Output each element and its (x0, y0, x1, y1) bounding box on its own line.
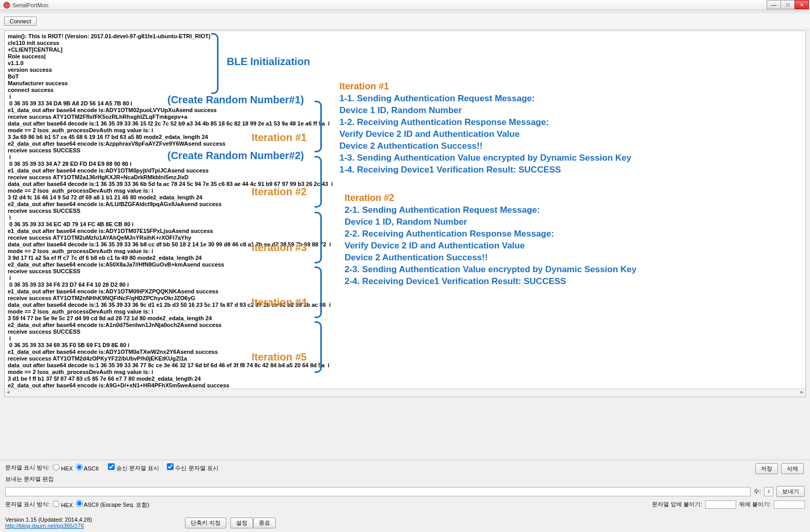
app-icon (3, 2, 10, 9)
bottom-panel: 저장 삭제 문자열 표시 방식: HEX ASCII 송신 문자열 표시 수신 … (0, 460, 810, 532)
count-label: 수: (754, 488, 761, 495)
settings-button[interactable]: 설정 (230, 518, 253, 528)
radio-ascii-esc[interactable]: ASCII (Escape Seq. 포함) (76, 500, 149, 509)
connect-button[interactable]: Connect (4, 17, 37, 26)
radio-hex-2[interactable]: HEX (53, 500, 73, 508)
check-show-rx[interactable]: 수신 문자열 표시 (167, 463, 218, 472)
explain-1-2: 1-2. Receiving Authentication Response M… (339, 116, 631, 128)
explain-2-2c: Device 2 Authentication Success!! (345, 252, 636, 263)
explain-1-1b: Device 1 ID, Random Number (339, 104, 631, 116)
explain-2-2: 2-2. Receiving Authentication Response M… (345, 228, 636, 240)
send-button[interactable]: 보내기 (776, 486, 805, 497)
prefix-input[interactable] (705, 500, 736, 509)
display-method-label: 문자열 표시 방식: (5, 464, 50, 472)
explain-2-1: 2-1. Sending Authentication Request Mess… (345, 204, 636, 216)
toolbar: Connect (0, 13, 810, 29)
explain-2-1b: Device 1 ID, Random Number (345, 216, 636, 228)
explain-2-4: 2-4. Receiving Device1 Verification Resu… (345, 275, 636, 287)
close-button[interactable]: ✕ (795, 0, 809, 9)
explain-1-2b: Verify Device 2 ID and Authentication Va… (339, 128, 631, 140)
log-viewport[interactable]: main(): This is RIOT! (Version: 2017.01-… (4, 30, 806, 397)
horizontal-scrollbar[interactable] (5, 388, 805, 397)
maximize-button[interactable]: □ (781, 0, 795, 9)
explain-it1-title: Iteration #1 (339, 81, 631, 92)
radio-hex-1[interactable]: HEX (53, 464, 73, 472)
explain-1-1: 1-1. Sending Authentication Request Mess… (339, 92, 631, 104)
suffix-label: 뒤에 붙이기: (739, 500, 771, 508)
edit-send-label: 보내는 문자열 편집 (5, 475, 54, 483)
blog-link[interactable]: http://blog.daum.net/pg365/276 (5, 523, 84, 529)
delete-button[interactable]: 삭제 (781, 463, 804, 474)
save-button[interactable]: 저장 (755, 463, 778, 474)
display-method-label-2: 문자열 표시 방식: (5, 500, 50, 508)
send-string-input[interactable] (5, 487, 751, 496)
suffix-input[interactable] (774, 500, 805, 509)
exit-button[interactable]: 종료 (253, 518, 276, 528)
window-titlebar: SerialPortMon — □ ✕ (0, 0, 810, 10)
count-spinner[interactable]: 1 (764, 487, 773, 496)
version-text: Version 1.15 (Updated: 2014.4.28) (5, 517, 92, 523)
check-show-tx[interactable]: 송신 문자열 표시 (108, 463, 159, 472)
window-title: SerialPortMon (12, 2, 49, 8)
radio-ascii-1[interactable]: ASCII (76, 464, 99, 472)
explain-1-4: 1-4. Receiving Device1 Verification Resu… (339, 164, 631, 176)
minimize-button[interactable]: — (767, 0, 781, 9)
explain-1-2c: Device 2 Authentication Success!! (339, 140, 631, 152)
prefix-label: 문자열 앞에 붙이기: (652, 500, 702, 508)
explain-2-2b: Verify Device 2 ID and Authentication Va… (345, 240, 636, 252)
explain-1-3: 1-3. Sending Authentication Value encryp… (339, 152, 631, 164)
svg-point-0 (4, 2, 10, 8)
explain-2-3: 2-3. Sending Authentication Value encryp… (345, 263, 636, 275)
shortcut-button[interactable]: 단축키 지정 (185, 518, 226, 528)
explain-it2-title: Iteration #2 (345, 192, 636, 204)
